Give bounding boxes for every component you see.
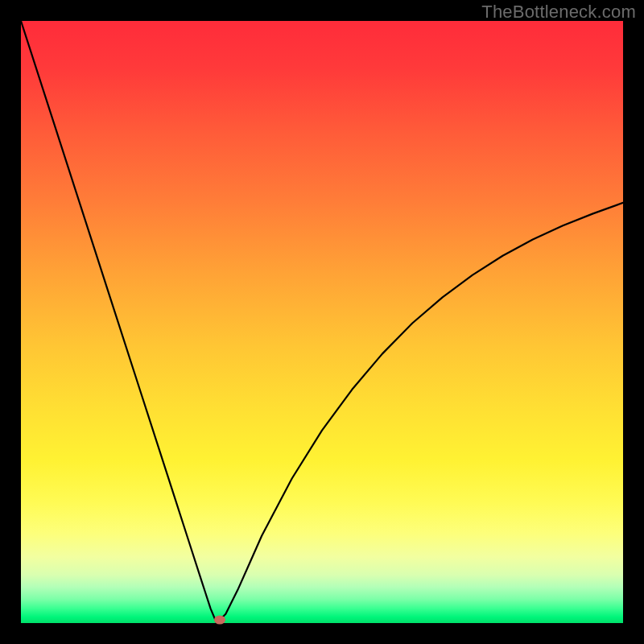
min-point-marker [214,616,225,625]
plot-area [21,21,623,623]
watermark-text: TheBottleneck.com [481,2,636,23]
curve-svg [21,21,623,623]
chart-frame: TheBottleneck.com [0,0,644,644]
bottleneck-curve [21,21,623,623]
